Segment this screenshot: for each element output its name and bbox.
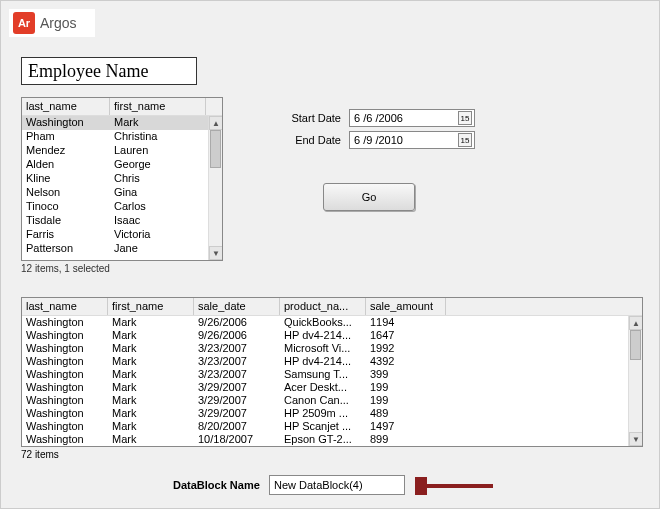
col-header-last-name[interactable]: last_name <box>22 298 108 315</box>
calendar-icon[interactable]: 15 <box>458 111 472 125</box>
cell-product-name: HP dv4-214... <box>280 355 366 368</box>
end-date-label: End Date <box>281 134 341 146</box>
table-row[interactable]: PhamChristina <box>22 130 208 144</box>
cell-last-name: Washington <box>22 433 108 446</box>
table-row[interactable]: WashingtonMark8/20/2007HP Scanjet ...149… <box>22 420 628 433</box>
cell-sale-date: 9/26/2006 <box>194 329 280 342</box>
cell-product-name: HP dv4-214... <box>280 329 366 342</box>
cell-first-name: Mark <box>108 394 194 407</box>
datablock-name-input[interactable]: New DataBlock(4) <box>269 475 405 495</box>
table-row[interactable]: NelsonGina <box>22 186 208 200</box>
table-row[interactable]: TinocoCarlos <box>22 200 208 214</box>
col-header-first-name[interactable]: first_name <box>108 298 194 315</box>
scrollbar[interactable]: ▲ ▼ <box>208 116 222 260</box>
cell-last-name: Washington <box>22 355 108 368</box>
table-row[interactable]: WashingtonMark9/26/2006QuickBooks...1194 <box>22 316 628 329</box>
table-row[interactable]: WashingtonMark3/29/2007Canon Can...199 <box>22 394 628 407</box>
cell-last-name: Washington <box>22 407 108 420</box>
cell-sale-amount: 489 <box>366 407 446 420</box>
cell-sale-date: 3/29/2007 <box>194 407 280 420</box>
page-title: Employee Name <box>21 57 197 85</box>
scroll-down-icon[interactable]: ▼ <box>629 432 642 446</box>
start-date-label: Start Date <box>281 112 341 124</box>
cell-sale-amount: 399 <box>366 368 446 381</box>
scroll-down-icon[interactable]: ▼ <box>209 246 222 260</box>
table-row[interactable]: KlineChris <box>22 172 208 186</box>
end-date-row: End Date 6 /9 /2010 15 <box>281 131 475 149</box>
cell-sale-amount: 4392 <box>366 355 446 368</box>
table-row[interactable]: WashingtonMark <box>22 116 208 130</box>
table-row[interactable]: WashingtonMark3/23/2007Microsoft Vi...19… <box>22 342 628 355</box>
cell-first-name: Mark <box>108 433 194 446</box>
cell-sale-amount: 899 <box>366 433 446 446</box>
cell-last-name: Tisdale <box>22 214 110 228</box>
sales-list[interactable]: last_name first_name sale_date product_n… <box>21 297 643 447</box>
cell-first-name: Mark <box>108 355 194 368</box>
cell-first-name: Jane <box>110 242 206 256</box>
sales-list-status: 72 items <box>21 449 59 460</box>
table-row[interactable]: WashingtonMark3/23/2007Samsung T...399 <box>22 368 628 381</box>
col-header-first-name[interactable]: first_name <box>110 98 206 115</box>
employee-list[interactable]: last_name first_name WashingtonMarkPhamC… <box>21 97 223 261</box>
cell-sale-date: 3/23/2007 <box>194 355 280 368</box>
cell-first-name: Mark <box>108 342 194 355</box>
cell-last-name: Washington <box>22 394 108 407</box>
cell-sale-date: 3/23/2007 <box>194 368 280 381</box>
cell-product-name: Canon Can... <box>280 394 366 407</box>
table-row[interactable]: FarrisVictoria <box>22 228 208 242</box>
col-header-product-name[interactable]: product_na... <box>280 298 366 315</box>
cell-first-name: Mark <box>108 381 194 394</box>
cell-sale-amount: 199 <box>366 394 446 407</box>
scroll-up-icon[interactable]: ▲ <box>629 316 642 330</box>
col-header-last-name[interactable]: last_name <box>22 98 110 115</box>
cell-last-name: Pham <box>22 130 110 144</box>
table-row[interactable]: WashingtonMark9/26/2006HP dv4-214...1647 <box>22 329 628 342</box>
table-row[interactable]: WashingtonMark3/29/2007HP 2509m ...489 <box>22 407 628 420</box>
col-header-sale-amount[interactable]: sale_amount <box>366 298 446 315</box>
sales-list-header: last_name first_name sale_date product_n… <box>22 298 642 316</box>
scroll-thumb[interactable] <box>630 330 641 360</box>
employee-list-status: 12 items, 1 selected <box>21 263 110 274</box>
employee-list-body: WashingtonMarkPhamChristinaMendezLaurenA… <box>22 116 222 260</box>
table-row[interactable]: PattersonJane <box>22 242 208 256</box>
cell-last-name: Washington <box>22 368 108 381</box>
cell-last-name: Farris <box>22 228 110 242</box>
cell-last-name: Washington <box>22 420 108 433</box>
table-row[interactable]: WashingtonMark3/23/2007HP dv4-214...4392 <box>22 355 628 368</box>
cell-first-name: Isaac <box>110 214 206 228</box>
cell-first-name: Victoria <box>110 228 206 242</box>
cell-last-name: Kline <box>22 172 110 186</box>
table-row[interactable]: WashingtonMark3/29/2007Acer Deskt...199 <box>22 381 628 394</box>
cell-last-name: Washington <box>22 116 110 130</box>
cell-sale-amount: 1497 <box>366 420 446 433</box>
start-date-input[interactable]: 6 /6 /2006 15 <box>349 109 475 127</box>
cell-last-name: Washington <box>22 316 108 329</box>
start-date-row: Start Date 6 /6 /2006 15 <box>281 109 475 127</box>
employee-list-header: last_name first_name <box>22 98 222 116</box>
table-row[interactable]: TisdaleIsaac <box>22 214 208 228</box>
cell-last-name: Washington <box>22 329 108 342</box>
scrollbar[interactable]: ▲ ▼ <box>628 316 642 446</box>
table-row[interactable]: AldenGeorge <box>22 158 208 172</box>
cell-sale-date: 8/20/2007 <box>194 420 280 433</box>
cell-last-name: Mendez <box>22 144 110 158</box>
cell-sale-date: 10/18/2007 <box>194 433 280 446</box>
cell-first-name: Chris <box>110 172 206 186</box>
go-button[interactable]: Go <box>323 183 415 211</box>
cell-product-name: HP Scanjet ... <box>280 420 366 433</box>
cell-last-name: Nelson <box>22 186 110 200</box>
datablock-name-label: DataBlock Name <box>173 479 260 491</box>
scroll-thumb[interactable] <box>210 130 221 168</box>
calendar-icon[interactable]: 15 <box>458 133 472 147</box>
cell-first-name: Mark <box>108 329 194 342</box>
cell-first-name: Mark <box>108 316 194 329</box>
cell-last-name: Patterson <box>22 242 110 256</box>
scroll-up-icon[interactable]: ▲ <box>209 116 222 130</box>
cell-first-name: Mark <box>110 116 206 130</box>
datablock-name-value: New DataBlock(4) <box>274 479 363 491</box>
table-row[interactable]: WashingtonMark10/18/2007Epson GT-2...899 <box>22 433 628 446</box>
col-header-sale-date[interactable]: sale_date <box>194 298 280 315</box>
cell-last-name: Alden <box>22 158 110 172</box>
end-date-input[interactable]: 6 /9 /2010 15 <box>349 131 475 149</box>
table-row[interactable]: MendezLauren <box>22 144 208 158</box>
